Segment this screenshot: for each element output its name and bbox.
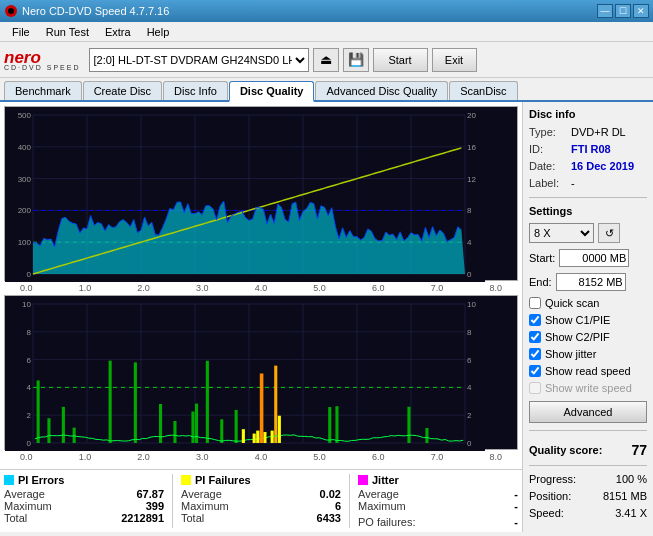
separator-1 (172, 474, 173, 528)
type-label: Type: (529, 126, 567, 138)
jitter-title: Jitter (372, 474, 399, 486)
close-button[interactable]: ✕ (633, 4, 649, 18)
tab-disc-quality[interactable]: Disc Quality (229, 81, 315, 102)
end-mb-label: End: (529, 276, 552, 288)
progress-label: Progress: (529, 473, 576, 485)
show-read-speed-checkbox[interactable] (529, 365, 541, 377)
quick-scan-row: Quick scan (529, 297, 647, 309)
show-c1pie-label: Show C1/PIE (545, 314, 610, 326)
top-chart (4, 106, 518, 281)
position-value: 8151 MB (603, 490, 647, 502)
menu-bar: File Run Test Extra Help (0, 22, 653, 42)
id-value: FTI R08 (571, 143, 611, 155)
menu-run-test[interactable]: Run Test (38, 24, 97, 40)
save-icon[interactable]: 💾 (343, 48, 369, 72)
quick-scan-label: Quick scan (545, 297, 599, 309)
quality-score-value: 77 (631, 442, 647, 458)
pi-errors-avg-value: 67.87 (136, 488, 164, 500)
pi-failures-avg-value: 0.02 (320, 488, 341, 500)
show-c1pie-checkbox[interactable] (529, 314, 541, 326)
svg-point-1 (8, 8, 14, 14)
advanced-button[interactable]: Advanced (529, 401, 647, 423)
top-chart-x-axis: 0.0 1.0 2.0 3.0 4.0 5.0 6.0 7.0 8.0 (4, 283, 518, 293)
main-content: 0.0 1.0 2.0 3.0 4.0 5.0 6.0 7.0 8.0 0.0 … (0, 102, 653, 532)
show-jitter-checkbox[interactable] (529, 348, 541, 360)
pi-errors-indicator (4, 475, 14, 485)
id-label: ID: (529, 143, 567, 155)
show-jitter-label: Show jitter (545, 348, 596, 360)
pi-failures-title: PI Failures (195, 474, 251, 486)
show-write-speed-checkbox (529, 382, 541, 394)
refresh-icon[interactable]: ↺ (598, 223, 620, 243)
show-read-speed-label: Show read speed (545, 365, 631, 377)
settings-title: Settings (529, 205, 647, 217)
menu-extra[interactable]: Extra (97, 24, 139, 40)
jitter-max-value: - (514, 500, 518, 512)
disc-label-value: - (571, 177, 575, 189)
disc-info-title: Disc info (529, 108, 647, 120)
pi-errors-max-label: Maximum (4, 500, 52, 512)
left-panel: 0.0 1.0 2.0 3.0 4.0 5.0 6.0 7.0 8.0 0.0 … (0, 102, 522, 532)
show-c1pie-row: Show C1/PIE (529, 314, 647, 326)
nero-logo: nero CD·DVD SPEED (4, 49, 81, 71)
tab-scan-disc[interactable]: ScanDisc (449, 81, 517, 100)
tab-create-disc[interactable]: Create Disc (83, 81, 162, 100)
pi-failures-max-label: Maximum (181, 500, 229, 512)
bottom-chart-x-axis: 0.0 1.0 2.0 3.0 4.0 5.0 6.0 7.0 8.0 (4, 452, 518, 462)
stats-area: PI Errors Average 67.87 Maximum 399 Tota… (0, 469, 522, 532)
maximize-button[interactable]: ☐ (615, 4, 631, 18)
type-value: DVD+R DL (571, 126, 626, 138)
jitter-indicator (358, 475, 368, 485)
jitter-avg-label: Average (358, 488, 399, 500)
start-button[interactable]: Start (373, 48, 428, 72)
divider-1 (529, 197, 647, 198)
minimize-button[interactable]: — (597, 4, 613, 18)
date-value: 16 Dec 2019 (571, 160, 634, 172)
speed-result-value: 3.41 X (615, 507, 647, 519)
separator-2 (349, 474, 350, 528)
menu-file[interactable]: File (4, 24, 38, 40)
pi-failures-total-label: Total (181, 512, 204, 524)
title-bar-title: Nero CD-DVD Speed 4.7.7.16 (4, 4, 169, 18)
position-label: Position: (529, 490, 571, 502)
toolbar: nero CD·DVD SPEED [2:0] HL-DT-ST DVDRAM … (0, 42, 653, 78)
pi-errors-title: PI Errors (18, 474, 64, 486)
eject-icon[interactable]: ⏏ (313, 48, 339, 72)
quick-scan-checkbox[interactable] (529, 297, 541, 309)
jitter-avg-value: - (514, 488, 518, 500)
pi-failures-indicator (181, 475, 191, 485)
pi-errors-total-label: Total (4, 512, 27, 524)
show-c2pif-checkbox[interactable] (529, 331, 541, 343)
show-write-speed-row: Show write speed (529, 382, 647, 394)
start-mb-input[interactable] (559, 249, 629, 267)
pi-errors-avg-label: Average (4, 488, 45, 500)
tab-benchmark[interactable]: Benchmark (4, 81, 82, 100)
pi-failures-avg-label: Average (181, 488, 222, 500)
start-mb-label: Start: (529, 252, 555, 264)
jitter-max-label: Maximum (358, 500, 406, 512)
tab-disc-info[interactable]: Disc Info (163, 81, 228, 100)
speed-select[interactable]: 8 X 4 X 2 X MAX (529, 223, 594, 243)
progress-value: 100 % (616, 473, 647, 485)
quality-score-label: Quality score: (529, 444, 602, 456)
charts-area: 0.0 1.0 2.0 3.0 4.0 5.0 6.0 7.0 8.0 0.0 … (0, 102, 522, 469)
jitter-group: Jitter Average - Maximum - PO failures: … (358, 474, 518, 528)
date-label: Date: (529, 160, 567, 172)
divider-3 (529, 465, 647, 466)
app-title: Nero CD-DVD Speed 4.7.7.16 (22, 5, 169, 17)
tab-bar: Benchmark Create Disc Disc Info Disc Qua… (0, 78, 653, 102)
tab-advanced-disc-quality[interactable]: Advanced Disc Quality (315, 81, 448, 100)
drive-select[interactable]: [2:0] HL-DT-ST DVDRAM GH24NSD0 LH00 (89, 48, 309, 72)
bottom-chart (4, 295, 518, 450)
menu-help[interactable]: Help (139, 24, 178, 40)
app-icon (4, 4, 18, 18)
exit-button[interactable]: Exit (432, 48, 477, 72)
show-c2pif-label: Show C2/PIF (545, 331, 610, 343)
end-mb-input[interactable] (556, 273, 626, 291)
title-bar-controls: — ☐ ✕ (597, 4, 649, 18)
show-write-speed-label: Show write speed (545, 382, 632, 394)
show-jitter-row: Show jitter (529, 348, 647, 360)
divider-2 (529, 430, 647, 431)
pi-errors-max-value: 399 (146, 500, 164, 512)
pi-errors-group: PI Errors Average 67.87 Maximum 399 Tota… (4, 474, 164, 528)
